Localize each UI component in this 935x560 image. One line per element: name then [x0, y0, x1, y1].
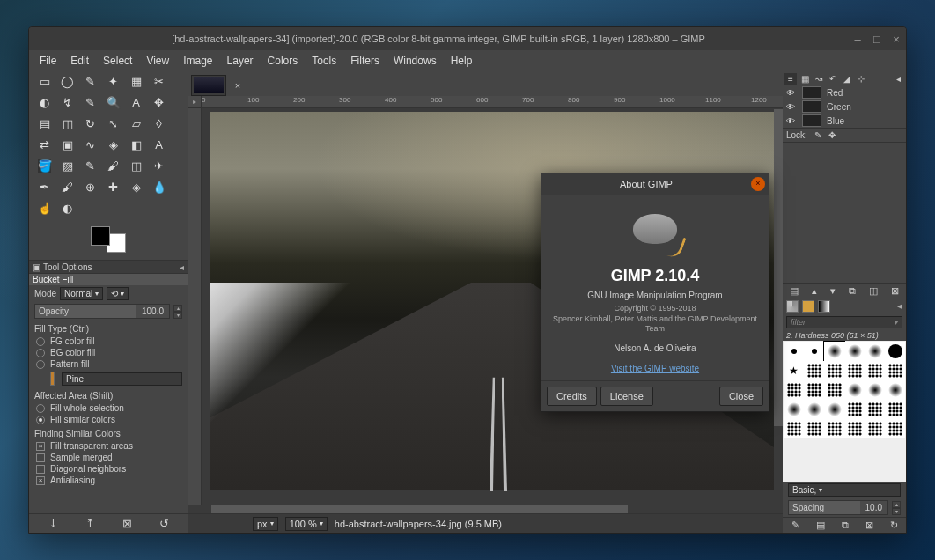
delete-channel-icon[interactable]: ⊠: [891, 285, 899, 297]
duplicate-channel-icon[interactable]: ⧉: [849, 285, 856, 297]
tool-ellipse-select[interactable]: ◯: [61, 75, 74, 88]
tool-paintbrush[interactable]: 🖌: [107, 159, 120, 173]
opacity-stepper[interactable]: ▴▾: [173, 305, 182, 319]
minimize-button[interactable]: –: [848, 33, 867, 46]
brush-item[interactable]: [885, 361, 905, 380]
about-close-icon[interactable]: ×: [751, 177, 765, 191]
ruler-origin[interactable]: ▸: [188, 96, 202, 107]
lower-channel-icon[interactable]: ▾: [830, 285, 836, 297]
tool-foreground-select[interactable]: ◐: [38, 96, 51, 109]
menu-tools[interactable]: Tools: [305, 52, 343, 70]
brush-item[interactable]: [844, 400, 865, 419]
about-website-link[interactable]: Visit the GIMP website: [611, 364, 699, 373]
lock-position-icon[interactable]: ✥: [828, 130, 836, 140]
brush-item[interactable]: [844, 342, 865, 361]
new-channel-icon[interactable]: ▤: [790, 285, 799, 297]
brush-item[interactable]: [865, 380, 885, 400]
tab-layers-icon[interactable]: ≡: [784, 73, 797, 85]
license-button[interactable]: License: [600, 387, 653, 406]
brush-item[interactable]: [885, 400, 905, 419]
tool-perspective-clone[interactable]: ◈: [129, 181, 143, 194]
check-antialias[interactable]: ×Antialiasing: [29, 475, 188, 486]
menu-file[interactable]: File: [33, 52, 63, 70]
tool-scale[interactable]: ⤡: [107, 117, 120, 130]
tool-rect-select[interactable]: ▭: [38, 75, 51, 88]
tool-color-select[interactable]: ▦: [129, 75, 143, 88]
raise-channel-icon[interactable]: ▴: [812, 285, 817, 297]
brush-item[interactable]: [784, 400, 804, 419]
spacing-slider[interactable]: Spacing 10.0: [788, 500, 888, 515]
menu-edit[interactable]: Edit: [63, 52, 96, 70]
refresh-brush-icon[interactable]: ↻: [890, 519, 898, 531]
menu-filters[interactable]: Filters: [343, 52, 387, 70]
tool-color-picker[interactable]: ✎: [84, 96, 97, 109]
brush-item[interactable]: [824, 380, 844, 400]
tab-undo-icon[interactable]: ↶: [827, 73, 839, 85]
tab-brushes-icon[interactable]: [786, 300, 799, 313]
menu-colors[interactable]: Colors: [261, 52, 306, 70]
brush-item[interactable]: [844, 361, 865, 380]
delete-preset-icon[interactable]: ⊠: [122, 517, 132, 530]
tool-align[interactable]: ▤: [38, 117, 51, 130]
tool-scissors[interactable]: ✂: [152, 75, 166, 88]
tab-patterns-icon[interactable]: [802, 300, 814, 313]
brush-item[interactable]: [844, 380, 865, 400]
image-tab-1[interactable]: [191, 75, 226, 96]
brush-item[interactable]: [804, 380, 824, 400]
new-brush-icon[interactable]: ▤: [816, 519, 825, 531]
lock-pixels-icon[interactable]: ✎: [814, 130, 821, 140]
tool-handle[interactable]: ◈: [107, 138, 120, 151]
brush-item[interactable]: [824, 361, 844, 380]
eye-icon[interactable]: 👁: [786, 116, 797, 126]
tab-gradients-icon[interactable]: [818, 300, 830, 313]
delete-brush-icon[interactable]: ⊠: [865, 519, 873, 531]
zoom-combo[interactable]: 100 %: [285, 517, 328, 531]
channel-red-row[interactable]: 👁Red: [783, 85, 906, 99]
brush-item[interactable]: [784, 380, 804, 400]
menu-windows[interactable]: Windows: [387, 52, 444, 70]
check-diagonal[interactable]: Diagonal neighbors: [29, 463, 188, 475]
tool-rotate[interactable]: ↻: [84, 117, 97, 130]
fg-bg-color[interactable]: [91, 226, 126, 253]
brush-item[interactable]: [865, 342, 885, 361]
unit-combo[interactable]: px: [253, 517, 278, 531]
menu-help[interactable]: Help: [444, 52, 480, 70]
tool-blur[interactable]: 💧: [152, 181, 166, 194]
brush-category-combo[interactable]: Basic,: [788, 483, 901, 497]
horizontal-ruler[interactable]: ▸ 01002003004005006007008009001000110012…: [188, 96, 783, 108]
tool-dodge[interactable]: ◐: [61, 202, 74, 215]
mode-combo[interactable]: Normal: [60, 287, 103, 300]
brush-item[interactable]: [804, 400, 824, 419]
tool-fuzzy-select[interactable]: ✦: [107, 75, 120, 88]
maximize-button[interactable]: □: [867, 33, 887, 46]
tool-smudge[interactable]: ☝: [38, 202, 51, 215]
radio-fill-selection[interactable]: Fill whole selection: [29, 402, 188, 414]
mode-direction-combo[interactable]: ⟲: [107, 287, 129, 300]
brush-item[interactable]: [865, 361, 885, 380]
tool-gradient[interactable]: ▨: [61, 159, 74, 173]
to-selection-icon[interactable]: ◫: [869, 285, 878, 297]
brush-item[interactable]: [885, 380, 905, 400]
brush-item[interactable]: [885, 342, 905, 361]
brush-item[interactable]: [885, 419, 905, 438]
tool-free-select[interactable]: ✎: [84, 75, 97, 88]
menu-layer[interactable]: Layer: [220, 52, 261, 70]
tab-close-button[interactable]: ×: [229, 75, 247, 96]
menu-view[interactable]: View: [139, 52, 176, 70]
brush-item[interactable]: [804, 361, 824, 380]
tool-eraser[interactable]: ◫: [129, 159, 143, 173]
brush-item[interactable]: [784, 342, 804, 361]
pattern-swatch[interactable]: [50, 372, 55, 386]
tool-zoom[interactable]: 🔍: [107, 96, 120, 109]
save-preset-icon[interactable]: ⤓: [48, 517, 58, 530]
brush-item[interactable]: [784, 419, 804, 438]
tool-flip[interactable]: ⇄: [38, 138, 51, 151]
tool-warp[interactable]: ∿: [84, 138, 97, 151]
tool-options-menu-button[interactable]: ◂: [180, 262, 184, 272]
tool-ink[interactable]: ✒: [38, 181, 51, 194]
opacity-slider[interactable]: Opacity 100.0: [34, 304, 170, 319]
tool-crop[interactable]: ◫: [61, 117, 74, 130]
radio-pattern-fill[interactable]: Pattern fill: [29, 358, 188, 370]
brush-item[interactable]: [804, 342, 824, 361]
tool-paths[interactable]: ↯: [61, 96, 74, 109]
